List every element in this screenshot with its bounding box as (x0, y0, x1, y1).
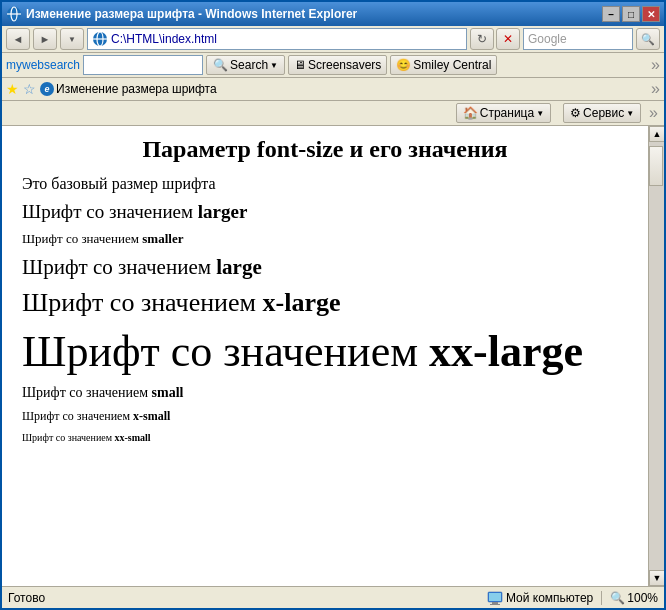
tab-label: Изменение размера шрифта (56, 82, 217, 96)
line-small-value: small (152, 385, 184, 400)
add-favorites-icon[interactable]: ☆ (23, 81, 36, 97)
back-button[interactable]: ◄ (6, 28, 30, 50)
forward-button[interactable]: ► (33, 28, 57, 50)
line-xsmall-prefix: Шрифт со значением (22, 409, 133, 423)
mywebsearch-toolbar: mywebsearch 🔍 Search ▼ 🖥 Screensavers 😊 … (2, 53, 664, 78)
nav-area: 🏠 Страница ▼ ⚙ Сервис ▼ » (2, 101, 664, 126)
zoom-label: 100% (627, 591, 658, 605)
screensavers-button[interactable]: 🖥 Screensavers (288, 55, 387, 75)
google-search-button[interactable]: 🔍 (636, 28, 660, 50)
address-text: C:\HTML\index.html (111, 32, 217, 46)
line-small: Шрифт со значением small (22, 385, 628, 401)
bookmarks-expand-icon[interactable]: » (651, 80, 660, 98)
browser-window: Изменение размера шрифта - Windows Inter… (0, 0, 666, 610)
line-larger: Шрифт со значением larger (22, 201, 628, 223)
line-large: Шрифт со значением large (22, 255, 628, 280)
dropdown-button[interactable]: ▼ (60, 28, 84, 50)
statusbar: Готово Мой компьютер 🔍 100% (2, 586, 664, 608)
line-xxlarge-prefix: Шрифт со значением (22, 327, 429, 376)
mywebsearch-input[interactable] (83, 55, 203, 75)
svg-rect-7 (492, 602, 498, 604)
line-xxsmall-value: xx-small (115, 432, 151, 443)
titlebar: Изменение размера шрифта - Windows Inter… (2, 2, 664, 26)
close-button[interactable]: ✕ (642, 6, 660, 22)
content-area: Параметр font-size и его значения Это ба… (2, 126, 648, 586)
line-smaller-prefix: Шрифт со значением (22, 231, 142, 246)
search-button[interactable]: 🔍 Search ▼ (206, 55, 285, 75)
scroll-up-button[interactable]: ▲ (649, 126, 664, 142)
computer-icon (487, 590, 503, 606)
mywebsearch-label[interactable]: mywebsearch (6, 58, 80, 72)
bookmarks-bar: ★ ☆ e Изменение размера шрифта » (2, 78, 664, 101)
line-small-prefix: Шрифт со значением (22, 385, 152, 400)
ie-title-icon (6, 6, 22, 22)
address-bar: ◄ ► ▼ C:\HTML\index.html ↻ ✕ Google 🔍 (2, 26, 664, 53)
line-larger-value: larger (198, 201, 248, 222)
line-smaller-value: smaller (142, 231, 183, 246)
svg-rect-9 (489, 593, 501, 601)
google-search-box[interactable]: Google (523, 28, 633, 50)
status-computer: Мой компьютер (487, 590, 593, 606)
content-wrapper: Параметр font-size и его значения Это ба… (2, 126, 664, 586)
favorites-star-icon[interactable]: ★ (6, 81, 19, 97)
svg-rect-8 (490, 604, 500, 605)
line-xsmall: Шрифт со значением x-small (22, 409, 628, 424)
computer-label: Мой компьютер (506, 591, 593, 605)
line-xxlarge-value: xx-large (429, 327, 583, 376)
page-title: Параметр font-size и его значения (22, 136, 628, 163)
line-xxsmall: Шрифт со значением xx-small (22, 432, 628, 443)
line-base: Это базовый размер шрифта (22, 175, 628, 193)
refresh-button[interactable]: ↻ (470, 28, 494, 50)
page-button[interactable]: 🏠 Страница ▼ (456, 103, 551, 123)
line-xlarge-prefix: Шрифт со значением (22, 288, 263, 317)
minimize-button[interactable]: – (602, 6, 620, 22)
status-ready-text: Готово (8, 591, 479, 605)
line-larger-prefix: Шрифт со значением (22, 201, 198, 222)
smiley-button[interactable]: 😊 Smiley Central (390, 55, 497, 75)
stop-button[interactable]: ✕ (496, 28, 520, 50)
titlebar-buttons: – □ ✕ (602, 6, 660, 22)
nav-expand-icon[interactable]: » (649, 104, 658, 122)
scroll-track (649, 142, 664, 570)
maximize-button[interactable]: □ (622, 6, 640, 22)
ie-address-icon (92, 31, 108, 47)
line-xlarge: Шрифт со значением x-large (22, 288, 628, 318)
line-xxlarge: Шрифт со значением xx-large (22, 326, 628, 377)
service-button[interactable]: ⚙ Сервис ▼ (563, 103, 641, 123)
vertical-scrollbar: ▲ ▼ (648, 126, 664, 586)
address-box[interactable]: C:\HTML\index.html (87, 28, 467, 50)
scroll-down-button[interactable]: ▼ (649, 570, 664, 586)
google-placeholder: Google (528, 32, 567, 46)
line-smaller: Шрифт со значением smaller (22, 231, 628, 247)
line-large-prefix: Шрифт со значением (22, 255, 216, 279)
toolbar-expand-icon[interactable]: » (651, 56, 660, 74)
tab-item[interactable]: e Изменение размера шрифта (40, 82, 217, 96)
scroll-thumb[interactable] (649, 146, 663, 186)
line-large-value: large (216, 255, 261, 279)
line-xxsmall-prefix: Шрифт со значением (22, 432, 115, 443)
line-xlarge-value: x-large (263, 288, 341, 317)
tab-ie-icon: e (40, 82, 54, 96)
titlebar-title: Изменение размера шрифта - Windows Inter… (26, 7, 602, 21)
line-xsmall-value: x-small (133, 409, 170, 423)
zoom-status: 🔍 100% (610, 591, 658, 605)
